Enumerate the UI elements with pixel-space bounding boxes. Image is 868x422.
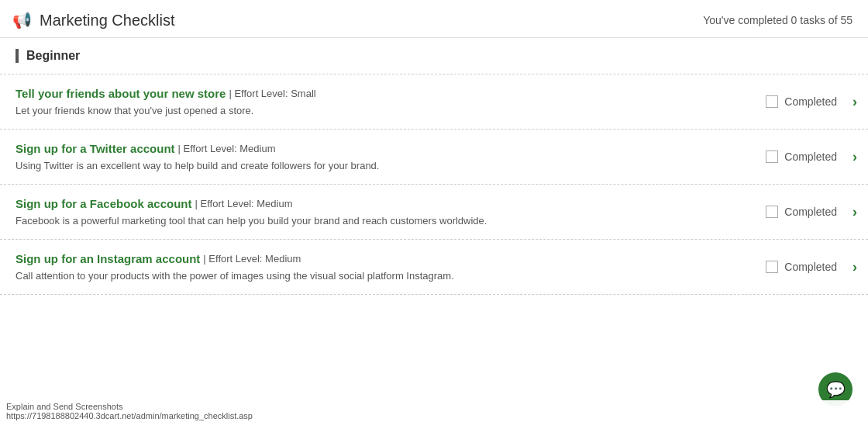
completed-checkbox-2[interactable] <box>766 206 778 218</box>
checklist-item-instagram[interactable]: Sign up for an Instagram account | Effor… <box>0 240 868 295</box>
completed-label-3: Completed <box>784 261 837 273</box>
chat-bubble-icon: 💬 <box>826 380 846 399</box>
header-left: 📢 Marketing Checklist <box>12 11 175 29</box>
item-title-area-0: Tell your friends about your new store |… <box>16 87 316 100</box>
item-title-1[interactable]: Sign up for a Twitter account <box>16 142 175 155</box>
progress-text: You've completed 0 tasks of 55 <box>703 14 852 26</box>
item-title-area-3: Sign up for an Instagram account | Effor… <box>16 252 301 265</box>
checklist-item-twitter[interactable]: Sign up for a Twitter account | Effort L… <box>0 130 868 185</box>
item-title-2[interactable]: Sign up for a Facebook account <box>16 197 192 210</box>
item-effort-3: | Effort Level: Medium <box>203 253 301 265</box>
item-title-area-1: Sign up for a Twitter account | Effort L… <box>16 142 276 155</box>
section-title: Beginner <box>26 49 80 63</box>
item-desc-1: Using Twitter is an excellent way to hel… <box>16 160 822 171</box>
status-explain: Explain and Send Screenshots <box>6 402 122 411</box>
chevron-right-icon-0[interactable]: › <box>852 94 857 110</box>
item-title-area-2: Sign up for a Facebook account | Effort … <box>16 197 293 210</box>
section-header: Beginner <box>0 38 868 74</box>
item-right-0: Completed <box>713 95 837 108</box>
item-desc-3: Call attention to your products with the… <box>16 270 822 282</box>
item-effort-1: | Effort Level: Medium <box>178 143 276 154</box>
checklist-list: Tell your friends about your new store |… <box>0 74 868 295</box>
item-effort-0: | Effort Level: Small <box>229 88 315 99</box>
checklist-item-facebook[interactable]: Sign up for a Facebook account | Effort … <box>0 185 868 240</box>
completed-label-0: Completed <box>784 95 837 108</box>
chevron-right-icon-3[interactable]: › <box>852 259 857 275</box>
chevron-right-icon-1[interactable]: › <box>852 149 857 165</box>
checklist-item-tell-friends[interactable]: Tell your friends about your new store |… <box>0 74 868 130</box>
page-title: Marketing Checklist <box>40 12 175 29</box>
completed-label-1: Completed <box>784 150 837 163</box>
item-right-1: Completed <box>713 150 837 163</box>
item-right-2: Completed <box>713 206 837 218</box>
item-title-3[interactable]: Sign up for an Instagram account <box>16 252 200 265</box>
item-effort-2: | Effort Level: Medium <box>195 198 293 209</box>
item-title-0[interactable]: Tell your friends about your new store <box>16 87 226 100</box>
completed-checkbox-1[interactable] <box>766 150 778 163</box>
item-desc-2: Facebook is a powerful marketing tool th… <box>16 215 822 227</box>
item-right-3: Completed <box>713 261 837 273</box>
page-header: 📢 Marketing Checklist You've completed 0… <box>0 0 868 38</box>
megaphone-icon: 📢 <box>12 11 32 29</box>
section-bar-icon <box>16 49 19 63</box>
completed-label-2: Completed <box>784 206 837 218</box>
completed-checkbox-0[interactable] <box>766 95 778 108</box>
status-url: https://7198188802440.3dcart.net/admin/m… <box>6 411 253 420</box>
status-bar: Explain and Send Screenshots https://719… <box>0 400 868 422</box>
item-desc-0: Let your friends know that you've just o… <box>16 105 822 116</box>
page-wrapper: 📢 Marketing Checklist You've completed 0… <box>0 0 868 422</box>
chevron-right-icon-2[interactable]: › <box>852 204 857 220</box>
completed-checkbox-3[interactable] <box>766 261 778 273</box>
